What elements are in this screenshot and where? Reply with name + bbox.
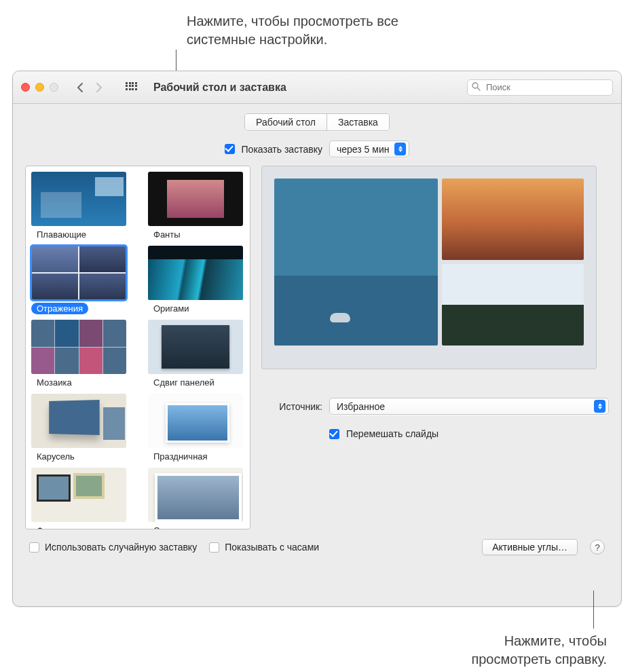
shuffle-checkbox[interactable]: [329, 429, 339, 439]
start-after-popup[interactable]: через 5 мин: [329, 141, 410, 157]
show-saver-checkbox[interactable]: [225, 144, 235, 154]
callout-top: Нажмите, чтобы просмотреть все системные…: [187, 12, 472, 49]
saver-item-reflections[interactable]: Отражения: [31, 246, 126, 314]
bottom-bar: Использовать случайную заставку Показыва…: [25, 534, 609, 555]
right-pane: Источник: Избранное Перемешать слайды: [261, 166, 609, 529]
content: Рабочий стол Заставка Показать заставку …: [13, 104, 621, 555]
saver-item-mosaic[interactable]: Мозаика: [31, 320, 126, 388]
preview-tile: [442, 179, 584, 260]
source-label: Источник:: [261, 401, 322, 412]
saver-item-fanty[interactable]: Фанты: [148, 172, 243, 240]
chevron-right-icon: [96, 83, 102, 92]
show-clock-option[interactable]: Показывать с часами: [209, 542, 319, 553]
show-clock-label: Показывать с часами: [225, 542, 319, 553]
callout-bottom-line1: Нажмите, чтобы: [504, 633, 607, 648]
saver-thumb: [148, 394, 243, 448]
random-saver-option[interactable]: Использовать случайную заставку: [29, 542, 197, 553]
saver-item-holiday[interactable]: Праздничная: [148, 394, 243, 462]
shuffle-row: Перемешать слайды: [261, 428, 609, 439]
saver-label: Сдвиг панелей: [148, 377, 220, 388]
hot-corners-button[interactable]: Активные углы…: [482, 539, 578, 555]
random-saver-checkbox[interactable]: [29, 542, 39, 553]
prefs-window: Рабочий стол и заставка Рабочий стол Зас…: [12, 71, 622, 607]
back-button[interactable]: [71, 79, 90, 95]
saver-thumb: [31, 172, 126, 226]
saver-item-origami[interactable]: Оригами: [148, 246, 243, 314]
saver-item-shift[interactable]: Сдвиг панелей: [148, 320, 243, 388]
search-input[interactable]: [485, 81, 608, 93]
minimize-button[interactable]: [35, 83, 44, 92]
callout-bottom: Нажмите, чтобы просмотреть справку.: [471, 632, 607, 669]
window-title: Рабочий стол и заставка: [153, 81, 286, 94]
saver-label: Фотостена: [31, 525, 86, 529]
chevron-left-icon: [77, 83, 83, 92]
saver-label: Старые снимки: [148, 525, 222, 529]
saver-thumb: [31, 320, 126, 374]
saver-thumb: [31, 394, 126, 448]
show-all-prefs-button[interactable]: [119, 79, 143, 96]
tab-desktop[interactable]: Рабочий стол: [245, 114, 327, 130]
search-field[interactable]: [467, 79, 613, 96]
saver-thumb: [148, 468, 243, 522]
callout-top-line1: Нажмите, чтобы просмотреть все: [187, 14, 398, 29]
show-saver-row: Показать заставку через 5 мин: [25, 141, 609, 157]
titlebar: Рабочий стол и заставка: [13, 71, 621, 104]
source-row: Источник: Избранное: [261, 398, 609, 415]
popup-arrows-icon: [594, 400, 605, 413]
saver-label-selected: Отражения: [31, 303, 88, 314]
grid-icon: [126, 82, 136, 93]
callout-bottom-line2: просмотреть справку.: [471, 652, 607, 667]
screensaver-preview[interactable]: [261, 166, 597, 369]
main-grid: Плавающие Фанты Отражения Оригами Мозаик…: [25, 166, 609, 529]
random-saver-label: Использовать случайную заставку: [45, 542, 197, 553]
saver-item-photowall[interactable]: Фотостена: [31, 468, 126, 529]
help-button[interactable]: ?: [590, 540, 605, 555]
saver-label: Фанты: [148, 229, 186, 240]
preview-tile: [442, 264, 584, 346]
saver-item-carousel[interactable]: Карусель: [31, 394, 126, 462]
saver-label: Плавающие: [31, 229, 92, 240]
saver-thumb: [148, 172, 243, 226]
saver-thumb: [31, 246, 126, 300]
source-popup[interactable]: Избранное: [329, 398, 609, 415]
saver-label: Праздничная: [148, 451, 213, 462]
saver-thumb: [148, 246, 243, 300]
saver-item-oldpics[interactable]: Старые снимки: [148, 468, 243, 529]
show-saver-label: Показать заставку: [242, 144, 322, 155]
saver-label: Мозаика: [31, 377, 77, 388]
saver-thumb: [31, 468, 126, 522]
saver-thumb: [148, 320, 243, 374]
source-value: Избранное: [337, 401, 385, 412]
forward-button: [90, 79, 109, 95]
svg-line-1: [477, 88, 480, 90]
search-icon: [472, 82, 481, 93]
popup-arrows-icon: [394, 143, 406, 155]
close-button[interactable]: [21, 83, 30, 92]
shuffle-label: Перемешать слайды: [346, 428, 439, 439]
tab-screensaver[interactable]: Заставка: [327, 114, 389, 130]
saver-label: Оригами: [148, 303, 195, 314]
screensaver-list[interactable]: Плавающие Фанты Отражения Оригами Мозаик…: [25, 166, 250, 529]
saver-item-floating[interactable]: Плавающие: [31, 172, 126, 240]
zoom-button: [50, 83, 58, 92]
tab-control: Рабочий стол Заставка: [25, 113, 609, 131]
start-after-value: через 5 мин: [337, 144, 390, 155]
show-clock-checkbox[interactable]: [209, 542, 219, 553]
nav-group: [71, 79, 109, 95]
window-controls: [21, 83, 58, 92]
preview-tile: [274, 179, 438, 346]
callout-line-bottom: [593, 591, 594, 629]
callout-top-line2: системные настройки.: [187, 32, 327, 47]
saver-label: Карусель: [31, 451, 80, 462]
